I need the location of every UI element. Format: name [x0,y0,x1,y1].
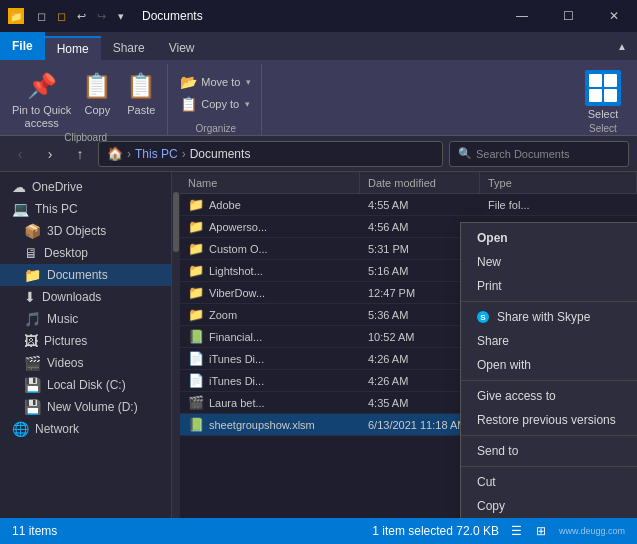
videos-icon: 🎬 [24,355,41,371]
skype-icon: S [477,311,489,323]
sidebar-item-thispc[interactable]: 💻 This PC [0,198,171,220]
this-pc-label: This PC [135,147,178,161]
copy-button[interactable]: 📋 Copy [77,68,117,119]
file-name: 📁ViberDow... [180,282,360,303]
paste-icon: 📋 [125,70,157,102]
ctx-restore[interactable]: Restore previous versions [461,408,637,432]
organize-label: Organize [196,123,237,136]
tab-view[interactable]: View [157,36,207,60]
file-icon: 📁 [188,307,204,322]
documents-icon: 📁 [24,267,41,283]
file-name: 📗Financial... [180,326,360,347]
select-group-content: Select [579,64,627,123]
sidebar-item-documents[interactable]: 📁 Documents [0,264,171,286]
window-controls: — ☐ ✕ [499,0,637,32]
sidebar-scrollbar[interactable] [172,172,180,518]
ctx-skype[interactable]: S Share with Skype [461,305,637,329]
down-arrow-icon[interactable]: ▾ [112,7,130,25]
search-icon: 🔍 [458,147,472,160]
file-name: 📄iTunes Di... [180,370,360,391]
onedrive-icon: ☁ [12,179,26,195]
title-bar-left: 📁 ◻ ◻ ↩ ↪ ▾ Documents [8,7,203,25]
ctx-share[interactable]: Share [461,329,637,353]
file-icon: 📁 [188,241,204,256]
ctx-new[interactable]: New › [461,250,637,274]
path-separator-1: › [127,147,131,161]
ctx-copy[interactable]: Copy [461,494,637,518]
pictures-icon: 🖼 [24,333,38,349]
sidebar-item-videos[interactable]: 🎬 Videos [0,352,171,374]
file-icon: 📄 [188,351,204,366]
copyto-button[interactable]: 📋 Copy to ▾ [176,94,255,114]
ctx-openwith[interactable]: Open with › [461,353,637,377]
sidebar-item-music[interactable]: 🎵 Music [0,308,171,330]
ctx-open[interactable]: Open [461,226,637,250]
window-title: Documents [142,9,203,23]
col-name[interactable]: Name [180,172,360,193]
paste-label: Paste [127,104,155,117]
folder-icon: 📁 [8,8,24,24]
minimize-button[interactable]: — [499,0,545,32]
up-button[interactable]: ↑ [68,142,92,166]
3dobjects-label: 3D Objects [47,224,106,238]
quick-access-toolbar: ◻ ◻ ↩ ↪ ▾ [32,7,130,25]
sidebar-item-localc[interactable]: 💾 Local Disk (C:) [0,374,171,396]
file-icon: 📄 [188,373,204,388]
file-icon: 📁 [188,263,204,278]
pin-button[interactable]: 📌 Pin to Quick access [10,68,73,132]
undo-icon[interactable]: ↩ [72,7,90,25]
close-button[interactable]: ✕ [591,0,637,32]
paste-button[interactable]: 📋 Paste [121,68,161,119]
tab-share[interactable]: Share [101,36,157,60]
ctx-restore-left: Restore previous versions [477,413,616,427]
address-path[interactable]: 🏠 › This PC › Documents [98,141,443,167]
ctx-sendto[interactable]: Send to › [461,439,637,463]
search-box[interactable]: 🔍 Search Documents [449,141,629,167]
grid-view-button[interactable]: ⊞ [531,521,551,541]
ctx-cut[interactable]: Cut [461,470,637,494]
ctx-giveaccess[interactable]: Give access to › [461,384,637,408]
tab-home[interactable]: Home [45,36,101,60]
select-icon [585,70,621,106]
forward-button[interactable]: › [38,142,62,166]
sidebar-item-desktop[interactable]: 🖥 Desktop [0,242,171,264]
sidebar-scrollbar-thumb[interactable] [173,192,179,252]
file-name: 📁Lightshot... [180,260,360,281]
ctx-print[interactable]: Print [461,274,637,298]
sidebar-item-downloads[interactable]: ⬇ Downloads [0,286,171,308]
sidebar-item-volumed[interactable]: 💾 New Volume (D:) [0,396,171,418]
col-type[interactable]: Type [480,172,637,193]
select-group-label: Select [589,123,617,136]
col-date[interactable]: Date modified [360,172,480,193]
list-view-button[interactable]: ☰ [507,521,527,541]
ctx-copy-label: Copy [477,499,505,513]
copyto-arrow: ▾ [245,99,250,109]
ribbon-collapse-button[interactable]: ▲ [607,32,637,60]
sidebar-item-pictures[interactable]: 🖼 Pictures [0,330,171,352]
copy-label: Copy [84,104,110,117]
sidebar-item-network[interactable]: 🌐 Network [0,418,171,440]
qa-icon-1[interactable]: ◻ [32,7,50,25]
qa-icon-2[interactable]: ◻ [52,7,70,25]
file-name: 📁Adobe [180,194,360,215]
documents-path-label: Documents [190,147,251,161]
tab-file[interactable]: File [0,32,45,60]
back-button[interactable]: ‹ [8,142,32,166]
ctx-copy-left: Copy [477,499,505,513]
select-button[interactable]: Select [579,68,627,123]
moveto-button[interactable]: 📂 Move to ▾ [176,72,255,92]
ctx-share-label: Share [477,334,509,348]
small-buttons: 📂 Move to ▾ 📋 Copy to ▾ [176,68,255,114]
music-icon: 🎵 [24,311,41,327]
ctx-cut-left: Cut [477,475,496,489]
maximize-button[interactable]: ☐ [545,0,591,32]
ctx-openwith-left: Open with [477,358,531,372]
table-row[interactable]: 📁Adobe 4:55 AM File fol... [180,194,637,216]
ctx-giveaccess-label: Give access to [477,389,556,403]
status-items-count: 11 items [12,524,57,538]
sidebar-item-3dobjects[interactable]: 📦 3D Objects [0,220,171,242]
sidebar-item-onedrive[interactable]: ☁ OneDrive [0,176,171,198]
file-name: 📁Apowerso... [180,216,360,237]
ctx-cut-label: Cut [477,475,496,489]
redo-icon[interactable]: ↪ [92,7,110,25]
